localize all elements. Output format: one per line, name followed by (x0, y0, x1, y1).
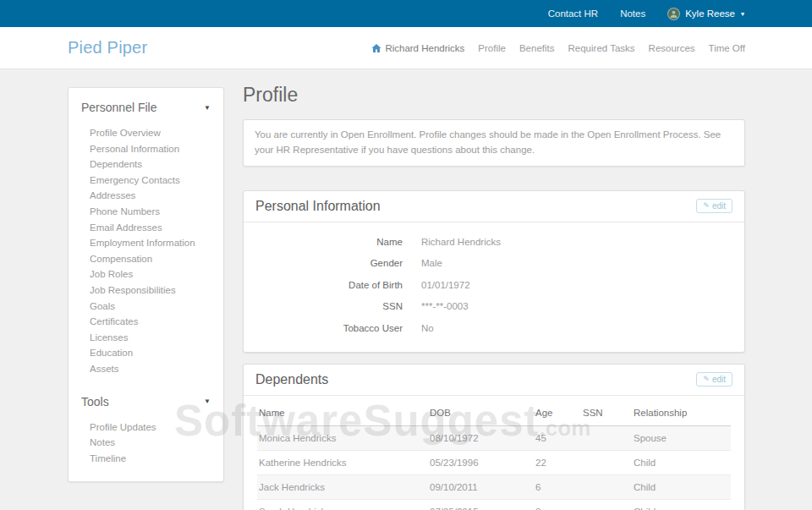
table-row: Jack Hendricks 09/10/2011 6 Child (257, 474, 731, 499)
field-label: Tobacco User (257, 322, 403, 334)
pencil-icon: ✎ (703, 376, 710, 383)
sidebar-header-personnel-file[interactable]: Personnel File ▼ (81, 101, 211, 114)
user-menu[interactable]: Kyle Reese ▾ (667, 8, 744, 20)
field-row-gender: Gender Male (257, 257, 731, 269)
field-row-ssn: SSN ***-**-0003 (257, 300, 731, 312)
personal-information-fields: Name Richard Hendricks Gender Male Date … (244, 222, 744, 352)
field-value: ***-**-0003 (421, 300, 469, 312)
cell-dob: 05/23/1996 (428, 450, 534, 474)
sidebar-item-email-addresses[interactable]: Email Addresses (90, 220, 211, 236)
field-value: No (421, 322, 434, 334)
cell-dob: 09/10/2011 (428, 474, 534, 499)
nav-required-tasks[interactable]: Required Tasks (568, 43, 635, 53)
sidebar-item-employment-information[interactable]: Employment Information (90, 235, 211, 251)
app-header: Pied Piper Richard Hendricks Profile Ben… (0, 27, 812, 69)
sidebar-item-certificates[interactable]: Certificates (90, 314, 211, 330)
sidebar-item-notes[interactable]: Notes (90, 435, 211, 451)
cell-name: Jack Hendricks (257, 474, 428, 499)
open-enrollment-alert: You are currently in Open Enrollment. Pr… (243, 119, 745, 167)
field-value: 01/01/1972 (421, 279, 470, 291)
field-label: Name (257, 236, 403, 248)
sidebar-item-job-responsibilities[interactable]: Job Responsibilities (90, 282, 211, 299)
field-row-date-of-birth: Date of Birth 01/01/1972 (257, 279, 731, 291)
cell-dob: 08/10/1972 (428, 425, 534, 450)
dependents-table-wrap: Name DOB Age SSN Relationship Monica Hen… (244, 396, 744, 510)
topbar-link-notes[interactable]: Notes (620, 8, 645, 19)
brand-logo[interactable]: Pied Piper (68, 38, 147, 58)
sidebar-item-compensation[interactable]: Compensation (90, 251, 211, 267)
sidebar-item-education[interactable]: Education (90, 345, 211, 361)
personal-information-card-header: Personal Information ✎ edit (244, 191, 744, 222)
content-area: Personnel File ▼ Profile Overview Person… (0, 69, 812, 510)
sidebar-item-personal-information[interactable]: Personal Information (90, 141, 211, 157)
sidebar-item-profile-updates[interactable]: Profile Updates (90, 420, 211, 436)
cell-ssn (581, 450, 632, 474)
dependents-card-header: Dependents ✎ edit (244, 365, 744, 396)
field-row-tobacco-user: Tobacco User No (257, 322, 731, 334)
sidebar-item-timeline[interactable]: Timeline (90, 451, 211, 467)
sidebar-item-job-roles[interactable]: Job Roles (90, 266, 211, 282)
dependents-table: Name DOB Age SSN Relationship Monica Hen… (257, 399, 731, 510)
cell-relationship: Child (632, 499, 731, 510)
topbar-link-contact-hr[interactable]: Contact HR (548, 8, 598, 19)
sidebar-item-emergency-contacts[interactable]: Emergency Contacts (90, 173, 211, 189)
personal-information-edit-button[interactable]: ✎ edit (696, 199, 732, 213)
nav-profile[interactable]: Profile (478, 43, 506, 53)
personal-information-card: Personal Information ✎ edit Name Richard… (243, 190, 745, 353)
sidebar-header-tools-label: Tools (81, 395, 109, 409)
cell-relationship: Child (632, 450, 731, 474)
user-name: Kyle Reese (685, 8, 735, 19)
cell-name: Monica Hendricks (257, 425, 428, 450)
cell-name: Katherine Hendricks (257, 450, 428, 474)
main-nav: Richard Hendricks Profile Benefits Requi… (371, 43, 745, 53)
field-value: Male (421, 257, 442, 269)
column-header-age: Age (534, 399, 581, 426)
cell-age: 6 (534, 474, 581, 499)
sidebar-item-addresses[interactable]: Addresses (90, 188, 211, 204)
caret-down-icon: ▼ (204, 104, 211, 112)
field-value: Richard Hendricks (421, 236, 501, 248)
cell-relationship: Child (632, 474, 731, 499)
nav-time-off[interactable]: Time Off (709, 43, 745, 53)
caret-down-icon: ▼ (204, 398, 211, 405)
sidebar-header-tools[interactable]: Tools ▼ (81, 395, 211, 409)
caret-down-icon: ▾ (741, 10, 744, 18)
sidebar-item-profile-overview[interactable]: Profile Overview (90, 125, 211, 141)
sidebar-item-goals[interactable]: Goals (90, 299, 211, 315)
topbar: Contact HR Notes Kyle Reese ▾ (0, 0, 812, 27)
sidebar-item-phone-numbers[interactable]: Phone Numbers (90, 204, 211, 220)
page-title: Profile (243, 84, 745, 107)
column-header-ssn: SSN (581, 399, 632, 426)
sidebar-section-personnel-file: Personnel File ▼ Profile Overview Person… (81, 101, 211, 377)
nav-employee-home[interactable]: Richard Hendricks (371, 43, 464, 53)
sidebar-item-assets[interactable]: Assets (90, 361, 211, 377)
main-content: Profile You are currently in Open Enroll… (243, 87, 745, 510)
table-row: Sarah Hendricks 07/05/2015 3 Child (257, 499, 731, 510)
cell-ssn (581, 425, 632, 450)
table-header-row: Name DOB Age SSN Relationship (257, 399, 731, 426)
edit-button-label: edit (712, 375, 726, 384)
cell-age: 22 (534, 450, 581, 474)
cell-age: 45 (534, 425, 581, 450)
dependents-edit-button[interactable]: ✎ edit (696, 372, 732, 387)
dependents-card: Dependents ✎ edit Name DOB Age (243, 364, 745, 510)
sidebar-personnel-items: Profile Overview Personal Information De… (81, 125, 211, 377)
cell-age: 3 (534, 499, 581, 510)
field-label: Date of Birth (257, 279, 403, 291)
table-row: Monica Hendricks 08/10/1972 45 Spouse (257, 425, 731, 450)
sidebar-item-dependents[interactable]: Dependents (90, 156, 211, 173)
sidebar: Personnel File ▼ Profile Overview Person… (68, 87, 224, 482)
nav-benefits[interactable]: Benefits (519, 43, 555, 53)
sidebar-tools-items: Profile Updates Notes Timeline (81, 420, 211, 467)
field-label: Gender (257, 257, 403, 269)
dependents-title: Dependents (255, 372, 328, 387)
sidebar-header-personnel-file-label: Personnel File (81, 101, 157, 114)
table-row: Katherine Hendricks 05/23/1996 22 Child (257, 450, 731, 474)
cell-name: Sarah Hendricks (257, 499, 428, 510)
cell-ssn (581, 474, 632, 499)
field-label: SSN (257, 300, 403, 312)
nav-resources[interactable]: Resources (649, 43, 695, 53)
sidebar-item-licenses[interactable]: Licenses (90, 330, 211, 346)
column-header-relationship: Relationship (632, 399, 731, 426)
pencil-icon: ✎ (703, 202, 710, 210)
